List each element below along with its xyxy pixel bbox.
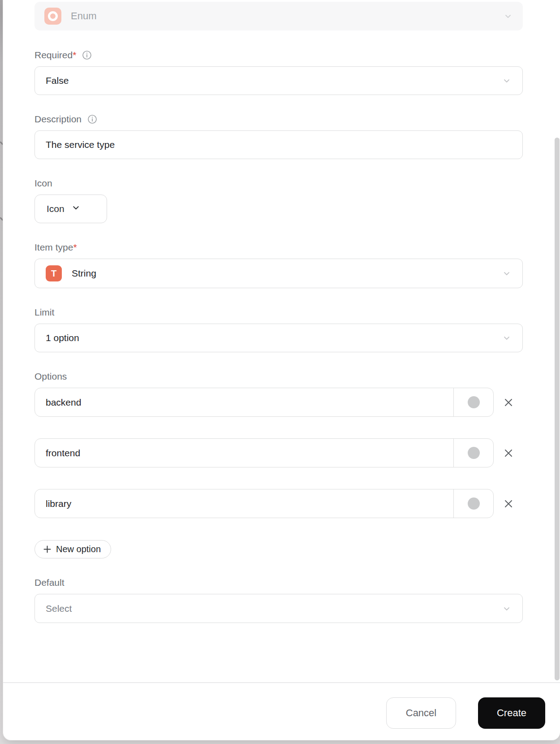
description-input[interactable] [34, 130, 523, 159]
icon-picker-button[interactable]: Icon [34, 195, 107, 223]
option-row [34, 438, 523, 467]
attribute-type-select: Enum [34, 2, 523, 30]
item-type-label: Item type* [34, 242, 523, 253]
option-input-group [34, 438, 494, 467]
remove-option-button[interactable] [501, 446, 516, 460]
icon-label: Icon [34, 177, 523, 189]
option-input-group [34, 388, 494, 417]
remove-option-button[interactable] [501, 497, 516, 511]
option-color-button[interactable] [453, 388, 493, 416]
close-icon [503, 397, 514, 408]
string-type-icon: T [46, 265, 62, 281]
default-select[interactable]: Select [34, 594, 523, 623]
option-row [34, 489, 523, 518]
new-option-button[interactable]: New option [34, 540, 111, 558]
chevron-down-icon [502, 76, 512, 86]
limit-value: 1 option [46, 333, 79, 343]
item-type-select[interactable]: T String [34, 259, 523, 288]
item-type-value: String [72, 268, 96, 279]
enum-type-icon [44, 8, 61, 25]
chevron-down-icon [72, 203, 80, 214]
new-option-label: New option [56, 544, 101, 554]
default-placeholder: Select [46, 603, 72, 614]
close-icon [503, 448, 514, 459]
info-icon[interactable] [87, 114, 98, 125]
scrollbar-thumb[interactable] [555, 138, 560, 680]
option-input-group [34, 489, 494, 518]
option-value-input[interactable] [35, 388, 453, 416]
option-color-button[interactable] [453, 439, 493, 467]
create-button[interactable]: Create [478, 697, 545, 729]
color-swatch-icon [468, 497, 480, 510]
description-label: Description [34, 113, 523, 125]
chevron-down-icon [502, 333, 512, 343]
chevron-down-icon [502, 268, 512, 278]
plus-icon [43, 545, 52, 554]
info-icon[interactable] [82, 50, 92, 61]
required-asterisk: * [73, 50, 76, 60]
options-label: Options [34, 371, 523, 382]
color-swatch-icon [468, 447, 480, 459]
default-label: Default [34, 577, 523, 588]
chevron-down-icon [502, 604, 512, 614]
footer-divider [3, 682, 560, 683]
limit-select[interactable]: 1 option [34, 324, 523, 352]
required-asterisk: * [73, 242, 77, 252]
remove-option-button[interactable] [501, 395, 516, 410]
option-row [34, 388, 523, 417]
required-select[interactable]: False [34, 66, 523, 95]
option-value-input[interactable] [35, 439, 453, 467]
color-swatch-icon [468, 396, 480, 408]
required-value: False [46, 75, 69, 86]
attribute-type-value: Enum [71, 10, 96, 22]
limit-label: Limit [34, 307, 523, 318]
icon-picker-label: Icon [47, 203, 65, 214]
required-label: Required* [34, 49, 523, 61]
option-value-input[interactable] [35, 489, 453, 518]
option-color-button[interactable] [453, 489, 493, 518]
close-icon [503, 498, 514, 509]
create-attribute-dialog: Enum Required* False Description [3, 0, 560, 740]
cancel-button[interactable]: Cancel [386, 697, 456, 729]
chevron-down-icon [503, 11, 513, 21]
